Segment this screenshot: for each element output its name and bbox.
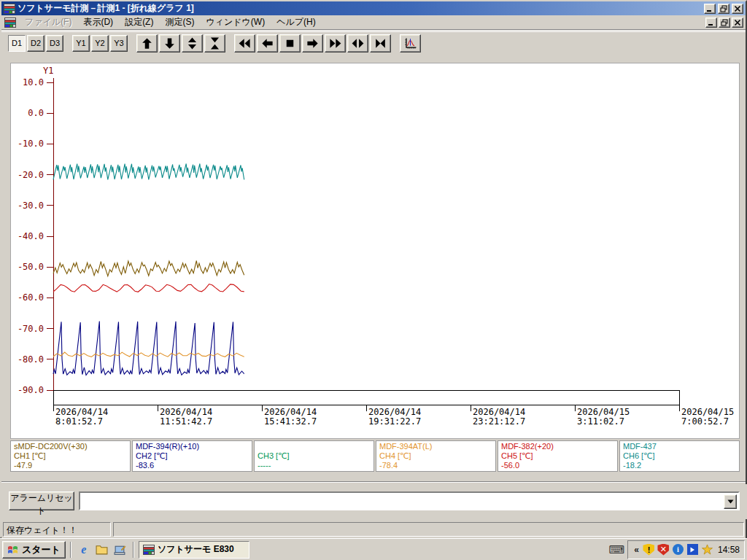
internet-explorer-icon[interactable]: e [76,542,92,558]
channel-name: MDF-437 [623,442,736,451]
y-tick-label: -70.0 [18,324,44,334]
tray-overflow-chevron[interactable]: « [632,545,640,555]
child-restore-button[interactable] [719,18,730,28]
x-tick-date: 2026/04/15 [681,407,734,417]
menu-bar: ファイル(F)表示(D)設定(Z)測定(S)ウィンドウ(W)ヘルプ(H) [1,15,746,30]
waveform-ch4 [53,352,244,357]
star-icon[interactable] [701,543,713,556]
scroll-left-button[interactable] [257,34,278,52]
y-axis-3-button[interactable]: Y3 [110,35,128,52]
window-title: ソフトサーモ計測－計測1 - [折れ線グラフ 1] [18,2,702,15]
document-window-icon[interactable] [1,18,19,28]
channel-value: -47.9 [14,461,127,470]
menu-item[interactable]: ウィンドウ(W) [200,14,271,31]
alarm-reset-button[interactable]: アラームリセット [9,491,74,510]
child-minimize-button[interactable] [705,18,717,28]
expand-y-button[interactable] [182,34,203,52]
status-bar: 保存ウェイト！！ [1,521,746,538]
data-group-3-button[interactable]: D3 [46,35,63,52]
menu-item[interactable]: ファイル(F) [19,14,77,31]
channel-value: -83.6 [136,461,249,470]
data-group-2-button[interactable]: D2 [27,35,44,52]
channel-label: CH6 [℃] [623,451,736,461]
arrow-left-icon [260,36,274,50]
menu-item[interactable]: 設定(Z) [119,14,159,31]
fast-forward-button[interactable] [325,34,346,52]
alarm-combo-input[interactable] [80,493,738,509]
expand-vertical-icon [185,36,199,50]
arrow-down-icon [163,36,177,50]
compress-x-button[interactable] [370,34,391,52]
alarm-combobox[interactable] [79,491,740,510]
taskbar-app-label: ソフトサーモ E830 [158,543,234,556]
channel-label: CH3 [℃] [258,451,371,461]
channel-4-panel[interactable]: MDF-394AT(L)CH4 [℃]-78.4 [376,440,496,472]
menu-item[interactable]: ヘルプ(H) [271,14,322,31]
channel-value: -78.4 [379,461,492,470]
close-button[interactable] [732,4,743,14]
channel-label: CH1 [℃] [14,451,127,461]
alarm-bar: アラームリセット [3,484,747,519]
channel-name: MDF-394(R)(+10) [136,442,249,451]
taskbar-app-button[interactable]: ソフトサーモ E830 [139,541,249,559]
y-axis-2-button[interactable]: Y2 [91,35,109,52]
graph-settings-button[interactable] [400,34,421,52]
x-tick-time: 7:00:52.7 [681,416,729,427]
start-button[interactable]: スタート [2,541,66,559]
channel-value: -56.0 [501,461,614,470]
media-play-icon[interactable] [686,543,699,556]
channel-name: MDF-394AT(L) [379,442,492,451]
x-tick-date: 2026/04/14 [264,407,317,417]
scroll-down-button[interactable] [159,34,180,52]
y-tick-label: -30.0 [18,201,44,211]
channel-name [258,442,371,451]
folder-icon[interactable] [94,542,110,558]
app-icon [143,545,155,555]
scroll-up-button[interactable] [136,34,158,52]
channel-6-panel[interactable]: MDF-437CH6 [℃]-18.2 [619,440,740,472]
child-close-button[interactable] [732,18,743,28]
stop-button[interactable] [279,34,301,52]
restore-button[interactable] [718,4,729,14]
x-tick-time: 15:41:32.7 [264,416,317,427]
y-tick-label: -80.0 [18,354,44,365]
security-error-shield-icon[interactable]: ✕ [657,543,670,556]
app-window: ソフトサーモ計測－計測1 - [折れ線グラフ 1] ファイル(F)表示(D)設定… [0,0,747,538]
x-tick-time: 23:21:12.7 [473,416,525,427]
menu-item[interactable]: 表示(D) [77,14,119,31]
channel-3-panel[interactable]: CH3 [℃]----- [254,440,374,472]
security-warning-shield-icon[interactable]: ! [643,543,655,556]
graph-panel: Y110.00.0-10.0-20.0-30.0-40.0-50.0-60.0-… [10,63,740,439]
channel-name: MDF-382(+20) [501,442,614,451]
y-tick-label: 0.0 [28,108,44,118]
expand-x-button[interactable] [347,34,368,52]
start-button-label: スタート [22,543,61,556]
arrow-right-icon [306,36,320,50]
channel-5-panel[interactable]: MDF-382(+20)CH5 [℃]-56.0 [498,440,618,472]
desktop: ソフトサーモ計測－計測1 - [折れ線グラフ 1] ファイル(F)表示(D)設定… [0,0,747,560]
app-icon [4,4,15,14]
child-window-buttons [705,18,746,28]
taskbar-clock: 14:58 [716,545,740,555]
minimize-button[interactable] [704,4,716,14]
windows-logo-icon [7,545,19,555]
fast-backward-button[interactable] [234,34,255,52]
scroll-right-button[interactable] [302,34,323,52]
system-tray: « ! ✕ i 14:58 [627,540,745,559]
keyboard-icon[interactable]: ⌨ [608,542,625,558]
show-desktop-icon[interactable] [112,542,128,558]
channel-2-panel[interactable]: MDF-394(R)(+10)CH2 [℃]-83.6 [132,440,252,472]
y-axis-1-button[interactable]: Y1 [72,35,90,52]
channel-1-panel[interactable]: sMDF-DC200V(+30)CH1 [℃]-47.9 [10,440,131,472]
menu-item[interactable]: 測定(S) [159,14,200,31]
taskbar: スタート e ソフトサーモ E830 ⌨ « ! ✕ i 14:58 [0,538,747,560]
data-group-1-button[interactable]: D1 [8,35,26,52]
channel-value: -18.2 [623,461,736,470]
compress-y-button[interactable] [204,34,225,52]
y-axis-title: Y1 [43,66,53,76]
combo-dropdown-button[interactable] [724,494,737,509]
x-tick-time: 11:51:42.7 [160,416,212,427]
status-message: 保存ウェイト！！ [3,522,111,537]
info-balloon-icon[interactable]: i [672,543,684,556]
waveform-ch6 [53,164,244,180]
